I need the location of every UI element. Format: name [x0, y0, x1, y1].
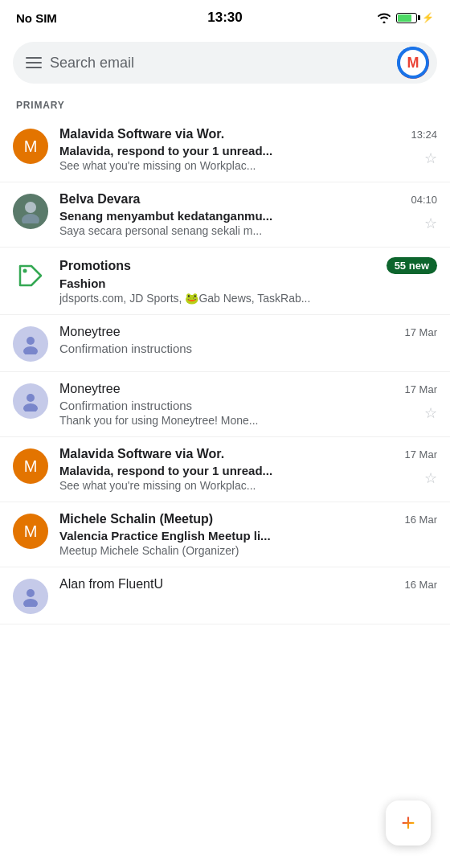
email-subject: Malavida, respond to your 1 unread... [59, 464, 419, 477]
email-item[interactable]: Belva Devara 04:10 Senang menyambut keda… [0, 182, 450, 248]
email-subject: Senang menyambut kedatanganmu... [59, 209, 419, 223]
email-content: Malavida Software via Wor. 13:24 Malavid… [59, 127, 437, 172]
svg-point-4 [22, 214, 39, 223]
sender-name: Belva Devara [59, 192, 141, 207]
tag-icon [17, 263, 44, 290]
sender-name: Moneytree [59, 382, 121, 396]
person-icon [20, 586, 41, 607]
star-icon[interactable]: ☆ [424, 215, 437, 232]
user-avatar[interactable]: M [397, 47, 429, 79]
email-subject: Valencia Practice English Meetup li... [59, 529, 437, 542]
menu-button[interactable] [26, 57, 42, 68]
star-icon[interactable]: ☆ [424, 404, 437, 422]
svg-point-11 [23, 599, 38, 607]
email-time: 17 Mar [405, 326, 437, 338]
person-icon [20, 334, 41, 354]
svg-point-8 [27, 394, 35, 402]
email-subject: Confirmation instructions [59, 342, 437, 355]
svg-point-7 [23, 346, 38, 354]
svg-point-9 [23, 403, 38, 411]
bolt-icon: ⚡ [422, 12, 434, 23]
email-time: 17 Mar [405, 448, 437, 461]
compose-icon: + [401, 809, 415, 837]
email-time: 13:24 [411, 129, 437, 141]
sender-avatar [13, 194, 48, 229]
svg-point-6 [27, 337, 35, 345]
sender-avatar [13, 579, 48, 614]
sender-avatar [13, 383, 48, 419]
search-bar[interactable]: Search email M [13, 42, 437, 84]
sender-avatar: M [13, 448, 48, 484]
battery-icon [396, 13, 417, 23]
email-item[interactable]: M Michele Schalin (Meetup) 16 Mar Valenc… [0, 502, 450, 567]
carrier-label: No SIM [16, 11, 57, 25]
status-bar: No SIM 13:30 ⚡ [0, 0, 450, 35]
gmail-logo: M [397, 47, 429, 79]
email-subject: Malavida, respond to your 1 unread... [59, 144, 419, 158]
sender-name: Alan from FluentU [59, 577, 163, 592]
email-content: Alan from FluentU 16 Mar [59, 577, 437, 594]
star-icon[interactable]: ☆ [424, 149, 437, 167]
time-label: 13:30 [207, 10, 242, 26]
svg-point-5 [23, 269, 27, 273]
svg-point-10 [27, 589, 35, 597]
sender-name: Promotions [59, 259, 131, 273]
email-content: Moneytree 17 Mar Confirmation instructio… [59, 382, 437, 427]
promo-avatar [13, 259, 48, 294]
search-placeholder: Search email [50, 55, 389, 72]
promo-badge: 55 new [387, 257, 437, 274]
person-icon [20, 391, 41, 411]
email-content: Moneytree 17 Mar Confirmation instructio… [59, 325, 437, 357]
email-preview: Meetup Michele Schalin (Organizer) [59, 544, 437, 557]
email-time: 16 Mar [405, 579, 437, 591]
email-item[interactable]: M Malavida Software via Wor. 13:24 Malav… [0, 117, 450, 182]
email-time: 16 Mar [405, 514, 437, 526]
email-content: Belva Devara 04:10 Senang menyambut keda… [59, 192, 437, 237]
sender-name: Malavida Software via Wor. [59, 127, 224, 141]
email-time: 04:10 [411, 194, 437, 206]
email-subject: Confirmation instructions [59, 399, 419, 412]
sender-avatar: M [13, 514, 48, 549]
email-item[interactable]: M Malavida Software via Wor. 17 Mar Mala… [0, 437, 450, 502]
email-subject: Fashion [59, 276, 437, 290]
status-icons: ⚡ [377, 12, 434, 23]
star-icon[interactable]: ☆ [424, 469, 437, 487]
email-preview: See what you're missing on Workplac... [59, 479, 419, 492]
compose-button[interactable]: + [386, 800, 431, 845]
email-item[interactable]: Alan from FluentU 16 Mar [0, 567, 450, 624]
person-photo [18, 199, 43, 223]
sender-name: Michele Schalin (Meetup) [59, 512, 213, 526]
wifi-icon [377, 12, 391, 23]
email-time: 17 Mar [405, 383, 437, 395]
email-item[interactable]: Moneytree 17 Mar Confirmation instructio… [0, 315, 450, 372]
svg-point-3 [25, 202, 36, 213]
email-preview: See what you're missing on Workplac... [59, 159, 419, 172]
svg-text:M: M [407, 55, 419, 71]
sender-avatar [13, 326, 48, 362]
section-label: PRIMARY [0, 93, 450, 117]
sender-name: Moneytree [59, 325, 121, 339]
sender-name: Malavida Software via Wor. [59, 447, 224, 461]
email-preview: jdsports.com, JD Sports, 🐸Gab News, Task… [59, 292, 437, 305]
email-content: Promotions 55 new Fashion jdsports.com, … [59, 257, 437, 305]
email-content: Michele Schalin (Meetup) 16 Mar Valencia… [59, 512, 437, 557]
email-list: M Malavida Software via Wor. 13:24 Malav… [0, 117, 450, 624]
email-item[interactable]: Promotions 55 new Fashion jdsports.com, … [0, 248, 450, 315]
email-preview: Saya secara personal senang sekali m... [59, 224, 419, 237]
sender-avatar: M [13, 129, 48, 164]
email-content: Malavida Software via Wor. 17 Mar Malavi… [59, 447, 437, 492]
email-preview: Thank you for using Moneytree! Mone... [59, 414, 419, 427]
email-item[interactable]: Moneytree 17 Mar Confirmation instructio… [0, 372, 450, 437]
